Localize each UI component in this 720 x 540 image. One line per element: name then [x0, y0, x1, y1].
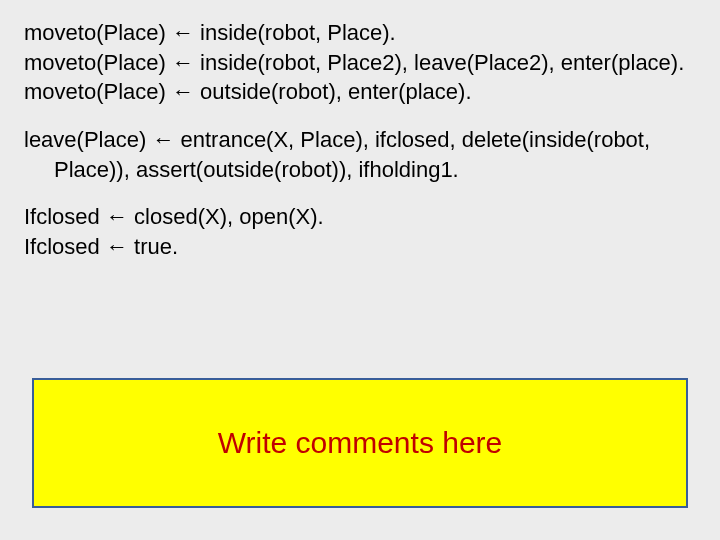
- code-line: moveto(Place) ← inside(robot, Place2), l…: [24, 48, 696, 78]
- rule-block-2: leave(Place) ← entrance(X, Place), ifclo…: [24, 125, 696, 184]
- comment-box[interactable]: Write comments here: [32, 378, 688, 508]
- rule-block-3: Ifclosed ← closed(X), open(X). Ifclosed …: [24, 202, 696, 261]
- comment-placeholder: Write comments here: [218, 423, 503, 464]
- code-line: Ifclosed ← closed(X), open(X).: [24, 202, 696, 232]
- code-line: Place)), assert(outside(robot)), ifholdi…: [24, 155, 696, 185]
- code-line: moveto(Place) ← outside(robot), enter(pl…: [24, 77, 696, 107]
- code-line: Ifclosed ← true.: [24, 232, 696, 262]
- code-line: moveto(Place) ← inside(robot, Place).: [24, 18, 696, 48]
- code-line: leave(Place) ← entrance(X, Place), ifclo…: [24, 125, 696, 155]
- rule-block-1: moveto(Place) ← inside(robot, Place). mo…: [24, 18, 696, 107]
